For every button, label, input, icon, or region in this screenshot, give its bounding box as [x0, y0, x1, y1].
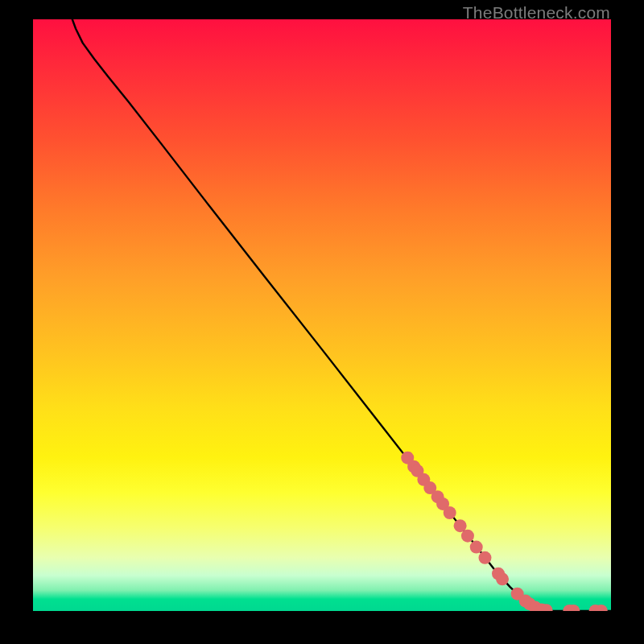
attribution-text: TheBottleneck.com [463, 3, 610, 23]
chart-stage: TheBottleneck.com [0, 0, 644, 644]
marker-point [496, 572, 509, 585]
marker-point [461, 530, 474, 543]
marker-point [444, 506, 456, 519]
plot-area [33, 19, 611, 611]
marker-point [478, 551, 491, 564]
chart-svg [33, 19, 611, 611]
curve-line [72, 19, 611, 611]
series-layer [72, 19, 611, 611]
marker-point [470, 541, 483, 554]
